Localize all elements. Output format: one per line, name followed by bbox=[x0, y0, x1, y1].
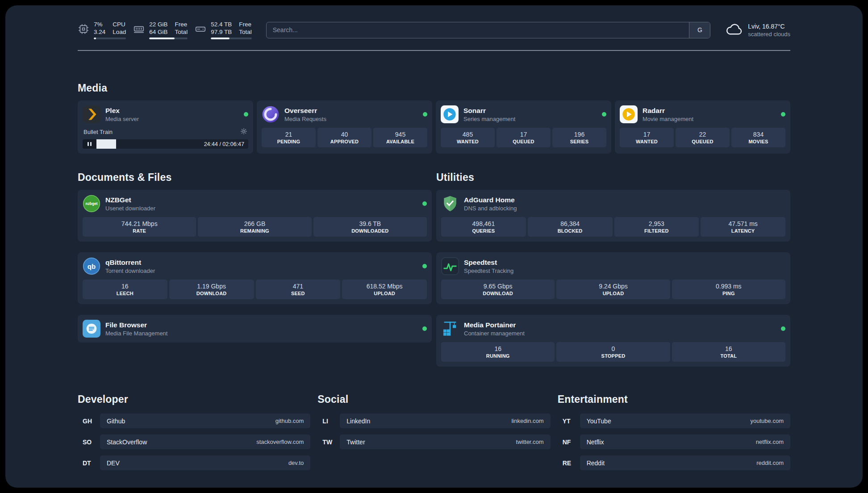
topbar-divider bbox=[78, 50, 790, 51]
section-title-developer: Developer bbox=[78, 393, 310, 405]
qbittorrent-icon: qb bbox=[83, 257, 100, 275]
stat-downloaded: 39.6 TB DOWNLOADED bbox=[313, 217, 427, 237]
search-engine-button[interactable]: G bbox=[689, 22, 710, 38]
section-title-documents: Documents & Files bbox=[78, 171, 432, 184]
plex-icon bbox=[83, 105, 100, 123]
memory-widget: 22 GiB 64 GiB Free Total bbox=[133, 21, 188, 39]
stat-total: 16 TOTAL bbox=[672, 342, 785, 362]
service-subtitle: Container management bbox=[464, 330, 525, 337]
top-bar: 7% 3.24 CPU Load bbox=[78, 21, 790, 39]
bookmark-reddit[interactable]: RE Reddit reddit.com bbox=[558, 455, 790, 470]
stat-latency: 47.571 ms LATENCY bbox=[701, 217, 785, 237]
filebrowser-icon bbox=[83, 320, 100, 338]
status-dot bbox=[244, 112, 248, 117]
sonarr-icon bbox=[441, 105, 459, 123]
section-title-entertainment: Entertainment bbox=[558, 393, 790, 405]
bookmark-twitter[interactable]: TW Twitter twitter.com bbox=[317, 435, 550, 449]
status-dot bbox=[422, 264, 427, 268]
service-name: Plex bbox=[105, 106, 139, 115]
service-card-sonarr[interactable]: Sonarr Series management 485 WANTED 17 Q… bbox=[436, 100, 611, 154]
dashboard-frame: 7% 3.24 CPU Load bbox=[5, 5, 863, 488]
status-dot bbox=[781, 326, 785, 331]
weather-widget[interactable]: Lviv, 16.87°C scattered clouds bbox=[725, 22, 790, 38]
service-card-portainer[interactable]: Media Portainer Container management 16 … bbox=[436, 315, 790, 367]
cpu-load-label: Load bbox=[113, 28, 126, 36]
section-title-utilities: Utilities bbox=[436, 171, 790, 184]
service-card-adguard[interactable]: AdGuard Home DNS and adblocking 498,461 … bbox=[436, 190, 790, 242]
stat-queued: 22 QUEUED bbox=[676, 128, 730, 147]
stat-available: 945 AVAILABLE bbox=[373, 128, 427, 147]
weather-condition: scattered clouds bbox=[748, 30, 790, 38]
bookmark-github[interactable]: GH Github github.com bbox=[78, 414, 310, 428]
section-title-social: Social bbox=[317, 393, 550, 405]
portainer-crane-icon bbox=[441, 320, 459, 338]
stat-pending: 21 PENDING bbox=[262, 128, 316, 147]
service-name: Overseerr bbox=[284, 106, 326, 115]
service-subtitle: Speedtest Tracking bbox=[464, 267, 513, 275]
disk-usage-bar bbox=[211, 38, 252, 39]
playback-progress-bar[interactable]: 24:44 / 02:06:47 bbox=[83, 139, 248, 149]
status-dot bbox=[602, 112, 606, 117]
radarr-icon bbox=[620, 105, 638, 123]
disk-total-value: 97.9 TB bbox=[211, 28, 232, 36]
stat-approved: 40 APPROVED bbox=[317, 128, 371, 147]
cpu-usage-value: 7% bbox=[94, 21, 105, 28]
stat-stopped: 0 STOPPED bbox=[556, 342, 670, 362]
stat-ping: 0.993 ms PING bbox=[672, 280, 785, 299]
stat-movies: 834 MOVIES bbox=[731, 128, 785, 147]
memory-icon bbox=[133, 23, 145, 37]
bookmark-stackoverflow[interactable]: SO StackOverflow stackoverflow.com bbox=[78, 435, 310, 449]
memory-free-value: 22 GiB bbox=[149, 21, 167, 28]
service-card-nzbget[interactable]: nzbget NZBGet Usenet downloader 744.21 M… bbox=[78, 190, 432, 242]
stat-series: 196 SERIES bbox=[552, 128, 606, 147]
stat-upload: 618.52 Mbps UPLOAD bbox=[342, 280, 427, 299]
service-card-overseerr[interactable]: Overseerr Media Requests 21 PENDING 40 A… bbox=[257, 100, 432, 154]
cpu-usage-bar bbox=[94, 38, 126, 39]
status-dot bbox=[781, 112, 785, 117]
service-card-qbittorrent[interactable]: qb qBittorrent Torrent downloader 16 LEE… bbox=[78, 252, 432, 304]
service-name: NZBGet bbox=[105, 196, 155, 205]
memory-free-label: Free bbox=[175, 21, 188, 28]
stat-rate: 744.21 Mbps RATE bbox=[83, 217, 196, 237]
status-dot bbox=[422, 326, 427, 331]
service-card-plex[interactable]: Plex Media server Bullet Train bbox=[78, 100, 253, 154]
service-card-radarr[interactable]: Radarr Movie management 17 WANTED 22 QUE… bbox=[615, 100, 790, 154]
settings-gear-icon[interactable] bbox=[240, 128, 247, 136]
adguard-shield-icon bbox=[441, 195, 459, 213]
service-card-filebrowser[interactable]: File Browser Media File Management bbox=[78, 315, 432, 343]
service-name: Sonarr bbox=[463, 106, 515, 115]
bookmark-youtube[interactable]: YT YouTube youtube.com bbox=[558, 414, 790, 428]
stat-filtered: 2,953 FILTERED bbox=[614, 217, 699, 237]
now-playing-title: Bullet Train bbox=[83, 129, 113, 135]
memory-total-value: 64 GiB bbox=[149, 28, 167, 36]
service-name: Speedtest bbox=[464, 258, 513, 267]
cpu-label: CPU bbox=[113, 21, 126, 28]
bookmark-linkedin[interactable]: LI LinkedIn linkedin.com bbox=[317, 414, 550, 428]
pause-button[interactable] bbox=[83, 139, 96, 149]
disk-total-label: Total bbox=[239, 28, 252, 36]
speedtest-graph-icon bbox=[441, 257, 459, 275]
service-name: AdGuard Home bbox=[464, 196, 517, 205]
bookmark-dev[interactable]: DT DEV dev.to bbox=[78, 455, 310, 470]
cpu-load-value: 3.24 bbox=[94, 28, 105, 36]
stat-upload: 9.24 Gbps UPLOAD bbox=[556, 280, 670, 299]
stat-leech: 16 LEECH bbox=[83, 280, 167, 299]
memory-total-label: Total bbox=[175, 28, 188, 36]
bookmark-netflix[interactable]: NF Netflix netflix.com bbox=[558, 435, 790, 449]
section-documents: Documents & Files nzbget NZBGet U bbox=[78, 171, 432, 367]
service-subtitle: Media Requests bbox=[284, 115, 326, 123]
service-card-speedtest[interactable]: Speedtest Speedtest Tracking 9.65 Gbps D… bbox=[436, 252, 790, 304]
stat-blocked: 86,384 BLOCKED bbox=[528, 217, 613, 237]
stat-download: 9.65 Gbps DOWNLOAD bbox=[441, 280, 555, 299]
stat-wanted: 485 WANTED bbox=[441, 128, 495, 147]
bookmark-group-social: Social LI LinkedIn linkedin.com TW Twitt… bbox=[317, 393, 550, 470]
cloud-icon bbox=[725, 22, 743, 38]
bookmark-group-developer: Developer GH Github github.com SO StackO… bbox=[78, 393, 310, 470]
nzbget-icon: nzbget bbox=[83, 195, 100, 213]
search-input[interactable] bbox=[266, 22, 711, 38]
service-name: File Browser bbox=[105, 321, 167, 330]
disk-free-value: 52.4 TB bbox=[211, 21, 232, 28]
service-subtitle: Torrent downloader bbox=[105, 267, 155, 275]
disk-free-label: Free bbox=[239, 21, 252, 28]
memory-usage-bar bbox=[149, 38, 188, 39]
